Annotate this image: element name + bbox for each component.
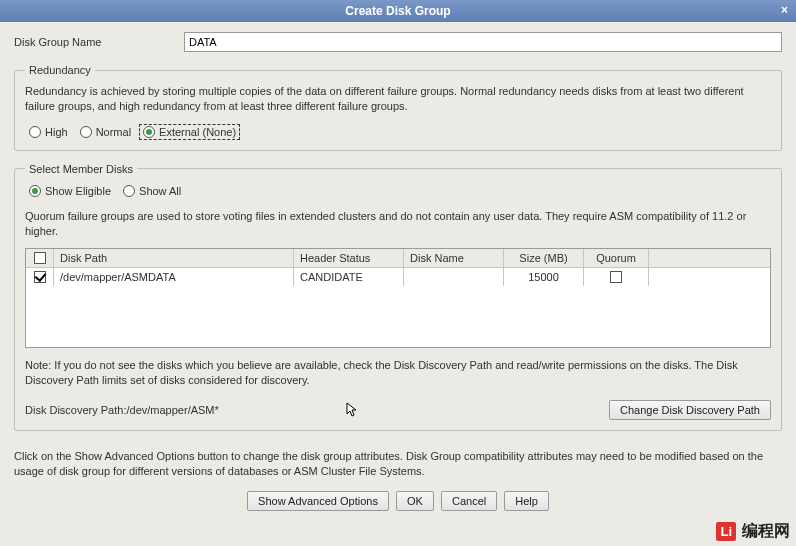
row-checkbox[interactable] [34, 271, 46, 283]
col-disk-path[interactable]: Disk Path [54, 249, 294, 267]
col-disk-name[interactable]: Disk Name [404, 249, 504, 267]
discovery-note: Note: If you do not see the disks which … [25, 358, 771, 388]
cancel-button[interactable]: Cancel [441, 491, 497, 511]
advanced-options-note: Click on the Show Advanced Options butto… [0, 449, 796, 487]
redundancy-normal-label: Normal [96, 126, 131, 138]
col-quorum[interactable]: Quorum [584, 249, 649, 267]
show-all-radio[interactable]: Show All [119, 183, 185, 199]
disk-group-name-row: Disk Group Name [14, 32, 782, 52]
redundancy-external-radio[interactable]: External (None) [139, 124, 240, 140]
radio-icon [143, 126, 155, 138]
help-button[interactable]: Help [504, 491, 549, 511]
redundancy-external-label: External (None) [159, 126, 236, 138]
radio-icon [29, 126, 41, 138]
show-eligible-label: Show Eligible [45, 185, 111, 197]
disk-group-name-input[interactable] [184, 32, 782, 52]
quorum-note: Quorum failure groups are used to store … [25, 209, 771, 239]
dialog-button-bar: Show Advanced Options OK Cancel Help [0, 487, 796, 519]
cell-header-status: CANDIDATE [294, 268, 404, 286]
cell-size: 15000 [504, 268, 584, 286]
disk-table-header: Disk Path Header Status Disk Name Size (… [26, 249, 770, 268]
cell-disk-path: /dev/mapper/ASMDATA [54, 268, 294, 286]
titlebar: Create Disk Group × [0, 0, 796, 22]
discovery-path: Disk Discovery Path:/dev/mapper/ASM* [25, 404, 609, 416]
watermark-text: 编程网 [742, 521, 790, 542]
table-row[interactable]: /dev/mapper/ASMDATA CANDIDATE 15000 [26, 268, 770, 286]
ok-button[interactable]: OK [396, 491, 434, 511]
redundancy-high-radio[interactable]: High [25, 124, 72, 140]
redundancy-description: Redundancy is achieved by storing multip… [25, 84, 771, 114]
radio-icon [29, 185, 41, 197]
member-disks-group: Select Member Disks Show Eligible Show A… [14, 163, 782, 431]
redundancy-high-label: High [45, 126, 68, 138]
show-all-label: Show All [139, 185, 181, 197]
show-eligible-radio[interactable]: Show Eligible [25, 183, 115, 199]
radio-icon [123, 185, 135, 197]
window-title: Create Disk Group [345, 4, 450, 18]
col-size[interactable]: Size (MB) [504, 249, 584, 267]
disk-group-name-label: Disk Group Name [14, 36, 184, 48]
change-discovery-path-button[interactable]: Change Disk Discovery Path [609, 400, 771, 420]
show-advanced-options-button[interactable]: Show Advanced Options [247, 491, 389, 511]
redundancy-legend: Redundancy [25, 64, 95, 76]
close-icon[interactable]: × [781, 3, 788, 17]
col-header-status[interactable]: Header Status [294, 249, 404, 267]
discovery-path-value: /dev/mapper/ASM* [126, 404, 218, 416]
select-all-checkbox[interactable] [34, 252, 46, 264]
watermark-logo: Li [716, 522, 736, 541]
cell-disk-name [404, 268, 504, 286]
member-disks-legend: Select Member Disks [25, 163, 137, 175]
disk-table: Disk Path Header Status Disk Name Size (… [25, 248, 771, 348]
redundancy-normal-radio[interactable]: Normal [76, 124, 135, 140]
discovery-path-label: Disk Discovery Path: [25, 404, 126, 416]
row-quorum-checkbox[interactable] [610, 271, 622, 283]
watermark: Li 编程网 [716, 521, 790, 542]
redundancy-group: Redundancy Redundancy is achieved by sto… [14, 64, 782, 151]
radio-icon [80, 126, 92, 138]
